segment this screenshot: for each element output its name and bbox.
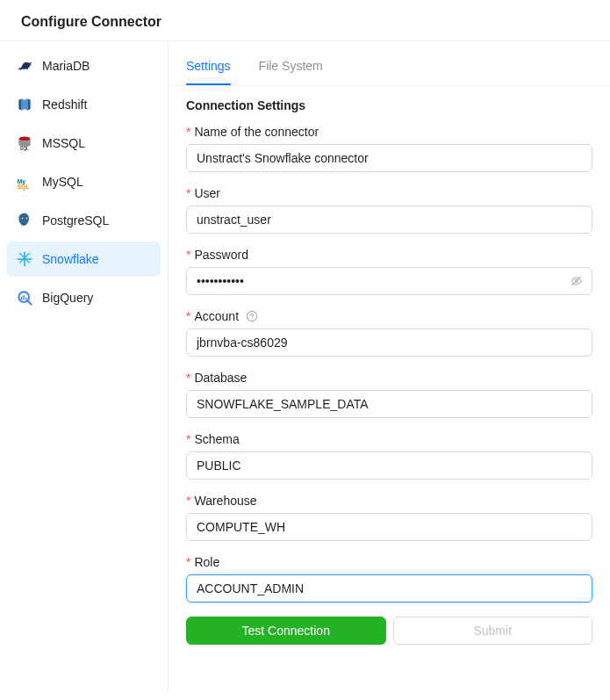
sidebar-item-mysql[interactable]: MySQL MySQL	[7, 164, 161, 199]
sidebar-item-label: MSSQL	[42, 136, 85, 150]
label-schema: *Schema	[186, 432, 592, 446]
sidebar-item-bigquery[interactable]: BigQuery	[7, 280, 161, 315]
main-panel: Settings File System Connection Settings…	[169, 41, 610, 691]
field-warehouse: *Warehouse	[186, 494, 592, 541]
sidebar-item-label: Snowflake	[42, 252, 99, 266]
mssql-icon: SQL	[16, 134, 33, 152]
label-password: *Password	[186, 248, 592, 262]
required-mark: *	[186, 432, 190, 446]
input-password[interactable]	[186, 267, 592, 295]
configure-connector-modal: Configure Connector MariaDB Redshift SQL	[0, 0, 610, 691]
field-schema: *Schema	[186, 432, 592, 480]
sidebar-item-snowflake[interactable]: Snowflake	[7, 242, 161, 277]
sidebar-item-postgresql[interactable]: PostgreSQL	[7, 203, 161, 238]
field-user: *User	[186, 186, 592, 234]
svg-point-4	[22, 218, 24, 220]
modal-header: Configure Connector	[0, 0, 610, 40]
field-database: *Database	[186, 371, 592, 418]
tabs: Settings File System	[169, 48, 610, 86]
password-wrapper	[186, 267, 592, 295]
connector-sidebar: MariaDB Redshift SQL MSSQL MySQL MySQL	[0, 41, 169, 691]
required-mark: *	[186, 186, 190, 200]
postgresql-icon	[16, 212, 33, 229]
bigquery-icon	[16, 289, 33, 307]
modal-title: Configure Connector	[21, 14, 589, 30]
required-mark: *	[186, 125, 190, 139]
required-mark: *	[186, 555, 190, 569]
input-name[interactable]	[186, 144, 592, 172]
field-name: *Name of the connector	[186, 125, 592, 172]
help-icon[interactable]	[246, 310, 258, 322]
form-area: Connection Settings *Name of the connect…	[169, 86, 610, 662]
sidebar-item-mariadb[interactable]: MariaDB	[7, 48, 161, 83]
tab-file-system[interactable]: File System	[259, 48, 323, 85]
tab-settings[interactable]: Settings	[186, 48, 231, 85]
sidebar-item-label: MySQL	[42, 175, 83, 189]
input-database[interactable]	[186, 390, 592, 418]
test-connection-button[interactable]: Test Connection	[186, 617, 386, 645]
field-account: *Account	[186, 309, 592, 357]
section-title: Connection Settings	[186, 98, 592, 112]
svg-point-0	[18, 137, 30, 141]
sidebar-item-mssql[interactable]: SQL MSSQL	[7, 126, 161, 161]
input-warehouse[interactable]	[186, 513, 592, 541]
label-name: *Name of the connector	[186, 125, 592, 139]
eye-invisible-icon[interactable]	[571, 275, 583, 287]
label-user: *User	[186, 186, 592, 200]
input-user[interactable]	[186, 206, 592, 234]
sidebar-item-redshift[interactable]: Redshift	[7, 87, 161, 122]
required-mark: *	[186, 248, 190, 262]
svg-text:SQL: SQL	[20, 146, 29, 151]
mariadb-icon	[16, 57, 33, 75]
required-mark: *	[186, 371, 190, 385]
input-role[interactable]	[186, 574, 592, 603]
button-row: Test Connection Submit	[186, 617, 592, 645]
sidebar-item-label: MariaDB	[42, 59, 90, 73]
required-mark: *	[186, 309, 190, 323]
label-warehouse: *Warehouse	[186, 494, 592, 508]
label-account: *Account	[186, 309, 592, 323]
redshift-icon	[16, 96, 33, 113]
label-role: *Role	[186, 555, 592, 569]
field-role: *Role	[186, 555, 592, 603]
input-account[interactable]	[186, 328, 592, 357]
sidebar-item-label: PostgreSQL	[42, 213, 109, 227]
field-password: *Password	[186, 248, 592, 295]
sidebar-item-label: Redshift	[42, 97, 87, 112]
label-database: *Database	[186, 371, 592, 385]
submit-button[interactable]: Submit	[393, 617, 593, 645]
modal-body: MariaDB Redshift SQL MSSQL MySQL MySQL	[0, 40, 610, 691]
input-schema[interactable]	[186, 451, 592, 480]
mysql-icon: MySQL	[16, 173, 33, 191]
required-mark: *	[186, 494, 190, 508]
svg-text:SQL: SQL	[18, 184, 30, 191]
svg-point-5	[26, 218, 28, 220]
snowflake-icon	[16, 250, 33, 268]
sidebar-item-label: BigQuery	[42, 291, 93, 305]
